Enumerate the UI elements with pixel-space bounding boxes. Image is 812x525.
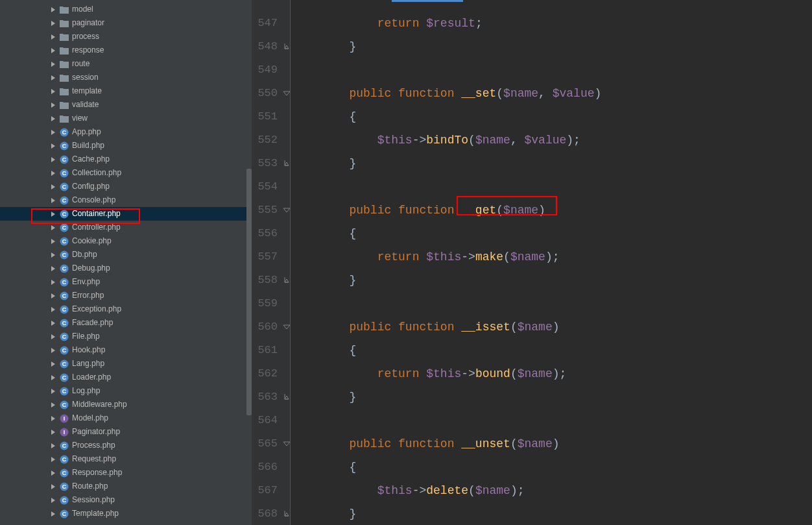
code-line[interactable]: } <box>291 152 812 175</box>
expand-arrow-icon[interactable] <box>51 34 56 40</box>
expand-arrow-icon[interactable] <box>51 361 56 367</box>
expand-arrow-icon[interactable] <box>51 307 56 312</box>
expand-arrow-icon[interactable] <box>51 348 56 353</box>
tree-item-session[interactable]: session <box>0 71 252 84</box>
tree-item-app-php[interactable]: CApp.php <box>0 125 252 139</box>
expand-arrow-icon[interactable] <box>51 184 56 189</box>
expand-arrow-icon[interactable] <box>51 484 56 489</box>
tree-item-middleware-php[interactable]: CMiddleware.php <box>0 398 252 411</box>
tree-item-model[interactable]: model <box>0 3 252 16</box>
code-line[interactable]: } <box>291 269 812 292</box>
code-line[interactable]: { <box>291 105 812 128</box>
fold-end-icon[interactable] <box>283 160 290 167</box>
expand-arrow-icon[interactable] <box>51 212 56 217</box>
expand-arrow-icon[interactable] <box>51 457 56 462</box>
tree-item-model-php[interactable]: IModel.php <box>0 411 252 425</box>
expand-arrow-icon[interactable] <box>51 239 56 244</box>
fold-start-icon[interactable] <box>283 324 290 330</box>
fold-end-icon[interactable] <box>283 277 290 284</box>
expand-arrow-icon[interactable] <box>51 89 56 94</box>
fold-end-icon[interactable] <box>283 43 290 50</box>
code-line[interactable]: public function __get($name) <box>291 199 812 222</box>
expand-arrow-icon[interactable] <box>51 389 56 394</box>
tree-item-template[interactable]: template <box>0 84 252 98</box>
tree-item-collection-php[interactable]: CCollection.php <box>0 166 252 180</box>
tree-item-file-php[interactable]: CFile.php <box>0 330 252 343</box>
expand-arrow-icon[interactable] <box>51 443 56 448</box>
fold-end-icon[interactable] <box>283 511 290 517</box>
tree-item-debug-php[interactable]: CDebug.php <box>0 262 252 275</box>
expand-arrow-icon[interactable] <box>51 252 56 258</box>
expand-arrow-icon[interactable] <box>51 511 56 517</box>
expand-arrow-icon[interactable] <box>51 430 56 435</box>
code-content[interactable]: return $result; } public function __set(… <box>291 0 812 525</box>
tree-item-container-php[interactable]: CContainer.php <box>0 207 252 221</box>
code-line[interactable]: } <box>291 35 812 58</box>
tree-item-paginator-php[interactable]: IPaginator.php <box>0 425 252 439</box>
tree-item-loader-php[interactable]: CLoader.php <box>0 371 252 384</box>
tree-item-route[interactable]: route <box>0 57 252 71</box>
expand-arrow-icon[interactable] <box>51 266 56 271</box>
code-line[interactable]: { <box>291 339 812 362</box>
tree-item-route-php[interactable]: CRoute.php <box>0 480 252 493</box>
expand-arrow-icon[interactable] <box>51 470 56 476</box>
tree-item-db-php[interactable]: CDb.php <box>0 248 252 262</box>
code-line[interactable]: public function __unset($name) <box>291 432 812 456</box>
tree-item-exception-php[interactable]: CException.php <box>0 302 252 316</box>
tree-item-validate[interactable]: validate <box>0 98 252 112</box>
code-line[interactable] <box>291 292 812 315</box>
code-line[interactable]: return $result; <box>291 12 812 35</box>
expand-arrow-icon[interactable] <box>51 75 56 80</box>
expand-arrow-icon[interactable] <box>51 62 56 67</box>
file-tree[interactable]: modelpaginatorprocessresponseroutesessio… <box>0 0 252 520</box>
expand-arrow-icon[interactable] <box>51 7 56 12</box>
expand-arrow-icon[interactable] <box>51 293 56 299</box>
tree-item-cookie-php[interactable]: CCookie.php <box>0 234 252 248</box>
expand-arrow-icon[interactable] <box>51 198 56 203</box>
expand-arrow-icon[interactable] <box>51 402 56 408</box>
fold-start-icon[interactable] <box>283 90 290 97</box>
code-line[interactable] <box>291 175 812 199</box>
code-line[interactable]: public function __set($name, $value) <box>291 82 812 105</box>
tree-item-response[interactable]: response <box>0 43 252 57</box>
fold-start-icon[interactable] <box>283 441 290 447</box>
expand-arrow-icon[interactable] <box>51 171 56 176</box>
code-line[interactable]: } <box>291 502 812 525</box>
expand-arrow-icon[interactable] <box>51 375 56 380</box>
tree-item-config-php[interactable]: CConfig.php <box>0 180 252 193</box>
fold-start-icon[interactable] <box>283 207 290 214</box>
tree-item-controller-php[interactable]: CController.php <box>0 221 252 234</box>
expand-arrow-icon[interactable] <box>51 116 56 121</box>
expand-arrow-icon[interactable] <box>51 416 56 421</box>
tree-item-hook-php[interactable]: CHook.php <box>0 343 252 357</box>
expand-arrow-icon[interactable] <box>51 334 56 339</box>
code-line[interactable] <box>291 409 812 432</box>
expand-arrow-icon[interactable] <box>51 143 56 149</box>
tree-item-build-php[interactable]: CBuild.php <box>0 139 252 153</box>
tree-item-paginator[interactable]: paginator <box>0 16 252 30</box>
expand-arrow-icon[interactable] <box>51 103 56 108</box>
code-line[interactable] <box>291 58 812 82</box>
tree-item-template-php[interactable]: CTemplate.php <box>0 507 252 520</box>
expand-arrow-icon[interactable] <box>51 498 56 503</box>
tree-item-process-php[interactable]: CProcess.php <box>0 439 252 452</box>
fold-end-icon[interactable] <box>283 394 290 400</box>
expand-arrow-icon[interactable] <box>51 48 56 53</box>
code-line[interactable]: public function __isset($name) <box>291 315 812 339</box>
expand-arrow-icon[interactable] <box>51 130 56 135</box>
tree-item-lang-php[interactable]: CLang.php <box>0 357 252 371</box>
tree-item-view[interactable]: view <box>0 112 252 125</box>
code-line[interactable]: $this->bindTo($name, $value); <box>291 128 812 152</box>
tree-item-cache-php[interactable]: CCache.php <box>0 153 252 166</box>
code-line[interactable]: return $this->bound($name); <box>291 362 812 385</box>
tree-item-error-php[interactable]: CError.php <box>0 289 252 302</box>
tree-item-console-php[interactable]: CConsole.php <box>0 193 252 207</box>
tree-item-facade-php[interactable]: CFacade.php <box>0 316 252 330</box>
code-line[interactable]: } <box>291 385 812 409</box>
expand-arrow-icon[interactable] <box>51 280 56 285</box>
tree-item-response-php[interactable]: CResponse.php <box>0 466 252 480</box>
code-line[interactable]: return $this->make($name); <box>291 245 812 269</box>
expand-arrow-icon[interactable] <box>51 21 56 26</box>
tree-item-env-php[interactable]: CEnv.php <box>0 275 252 289</box>
tree-item-request-php[interactable]: CRequest.php <box>0 452 252 466</box>
